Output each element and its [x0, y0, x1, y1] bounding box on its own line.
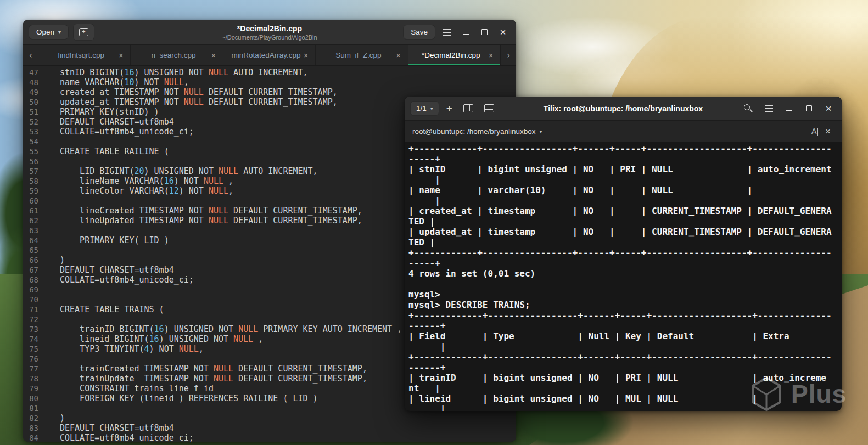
split-terminal-right-button[interactable]: [460, 102, 477, 115]
code-line: 84COLLATE=utf8mb4_unicode_ci;: [23, 433, 516, 442]
terminal-line: |: [408, 195, 838, 206]
terminal-line: TED |: [408, 237, 838, 247]
close-icon: ×: [825, 103, 831, 114]
line-number: 50: [23, 97, 38, 107]
line-number: 64: [23, 235, 38, 245]
line-number: 66: [23, 255, 38, 265]
terminal-line: | updated_at | timestamp | NO | | CURREN…: [408, 227, 838, 237]
code-text: created_at TIMESTAMP NOT NULL DEFAULT CU…: [38, 87, 338, 97]
editor-tab-bar: ‹ findIntsqrt.cpp×n_search.cpp×minRotate…: [23, 45, 516, 66]
session-switcher-button[interactable]: 1/1 ▾: [410, 101, 439, 116]
line-number: 61: [23, 206, 38, 216]
terminal-close-button[interactable]: ×: [821, 101, 836, 116]
code-text: updated_at TIMESTAMP NOT NULL DEFAULT CU…: [38, 97, 338, 107]
save-button[interactable]: Save: [403, 25, 435, 40]
editor-tab[interactable]: Sum_if_Z.cpp×: [316, 45, 408, 65]
code-text: trainCreated TIMESTAMP NOT NULL DEFAULT …: [38, 364, 367, 374]
terminal-line: +------------+-----------------+------+-…: [408, 247, 838, 258]
split-terminal-down-icon: [484, 104, 494, 112]
code-text: [38, 226, 60, 235]
code-line: 47stnID BIGINT(16) UNSIGNED NOT NULL AUT…: [23, 67, 516, 77]
line-number: 58: [23, 176, 38, 186]
line-number: 71: [23, 305, 38, 314]
line-number: 53: [23, 127, 38, 137]
cursor-bar-icon: [817, 128, 818, 136]
editor-tab-label: n_search.cpp: [138, 51, 208, 59]
editor-window-subtitle: ~/Documents/PlayGround/Algo2Bin: [222, 34, 317, 41]
terminal-maximize-button[interactable]: [801, 101, 816, 116]
line-number: 77: [23, 364, 38, 374]
editor-tab-label: Sum_if_Z.cpp: [323, 51, 393, 59]
close-terminal-button[interactable]: ×: [822, 126, 834, 137]
line-number: 73: [23, 324, 38, 334]
desktop: Open ▾ *Decimal2Bin.cpp ~/Documents/Play…: [0, 0, 868, 445]
close-button[interactable]: ×: [495, 25, 511, 40]
tab-close-icon[interactable]: ×: [301, 50, 311, 60]
minimize-button[interactable]: [458, 25, 473, 40]
terminal-window: 1/1 ▾ + Tilix: root@ubuntupc: /home/brya…: [405, 97, 842, 411]
code-text: stnID BIGINT(16) UNSIGNED NOT NULL AUTO_…: [38, 67, 308, 77]
code-text: [38, 196, 60, 206]
line-number: 68: [23, 275, 38, 285]
code-text: [38, 285, 60, 295]
line-number: 80: [23, 393, 38, 403]
maximize-button[interactable]: [477, 25, 492, 40]
line-number: 54: [23, 137, 38, 147]
terminal-line: | name | varchar(10) | NO | | NULL |: [408, 185, 838, 195]
terminal-session-bar[interactable]: root@ubuntupc: /home/bryanlinuxbox ▾ A ×: [405, 121, 842, 142]
split-terminal-down-button[interactable]: [480, 102, 498, 115]
line-number: 67: [23, 265, 38, 275]
editor-tab[interactable]: *Decimal2Bin.cpp×: [408, 45, 501, 65]
editor-tab[interactable]: minRotatedArray.cpp×: [223, 45, 316, 65]
text-cursor-icon[interactable]: A: [811, 127, 818, 136]
code-text: ): [38, 413, 65, 423]
line-number: 74: [23, 334, 38, 344]
terminal-line: 4 rows in set (0,01 sec): [408, 268, 838, 279]
code-text: [38, 245, 60, 255]
code-text: ): [38, 255, 65, 265]
terminal-line: |: [408, 341, 838, 352]
tab-close-icon[interactable]: ×: [209, 50, 219, 60]
line-number: 84: [23, 433, 38, 442]
code-text: [38, 156, 60, 166]
search-icon: [743, 104, 753, 113]
code-text: [38, 403, 60, 413]
terminal-output[interactable]: +------------+-----------------+------+-…: [405, 142, 842, 411]
line-number: 55: [23, 147, 38, 156]
line-number: 81: [23, 403, 38, 413]
code-text: FOREIGN KEY (lineid ) REFERENCES RAILINE…: [38, 393, 318, 403]
terminal-line: -----+: [408, 258, 838, 268]
tab-close-icon[interactable]: ×: [486, 50, 496, 60]
editor-tab[interactable]: findIntsqrt.cpp×: [38, 45, 131, 65]
line-number: 83: [23, 423, 38, 433]
code-text: COLLATE=utf8mb4_unicode_ci;: [38, 275, 194, 285]
line-number: 62: [23, 216, 38, 226]
primary-menu-button[interactable]: [439, 29, 455, 36]
terminal-minimize-button[interactable]: [781, 101, 797, 116]
search-button[interactable]: [740, 101, 757, 116]
open-button[interactable]: Open ▾: [29, 25, 69, 40]
code-text: trainID BIGINT(16) UNSIGNED NOT NULL PRI…: [38, 324, 402, 334]
editor-tab[interactable]: n_search.cpp×: [131, 45, 223, 65]
new-session-button[interactable]: +: [443, 100, 456, 116]
tab-close-icon[interactable]: ×: [116, 50, 126, 60]
line-number: 75: [23, 344, 38, 354]
editor-tab-label: findIntsqrt.cpp: [46, 51, 116, 59]
scroll-tabs-right-button[interactable]: ›: [501, 45, 516, 65]
terminal-menu-button[interactable]: [761, 105, 777, 112]
terminal-line: | trainID | bigint unsigned | NO | PRI |…: [408, 373, 838, 383]
code-text: PRIMARY KEY( LID ): [38, 235, 169, 245]
code-line: 48name VARCHAR(10) NOT NULL,: [23, 77, 516, 87]
new-tab-button[interactable]: [73, 24, 94, 41]
terminal-line: +------------+-----------------+------+-…: [408, 143, 838, 154]
code-text: COLLATE=utf8mb4_unicode_ci;: [38, 127, 194, 137]
code-text: lineColor VARCHAR(12) NOT NULL,: [38, 186, 233, 196]
code-text: trainUpdate TIMESTAMP NOT NULL DEFAULT C…: [38, 374, 367, 384]
open-button-label: Open: [36, 29, 54, 36]
line-number: 70: [23, 295, 38, 305]
editor-headerbar: Open ▾ *Decimal2Bin.cpp ~/Documents/Play…: [23, 20, 516, 45]
scroll-tabs-left-button[interactable]: ‹: [23, 45, 38, 65]
tab-close-icon[interactable]: ×: [394, 50, 404, 60]
line-number: 69: [23, 285, 38, 295]
line-number: 79: [23, 384, 38, 393]
